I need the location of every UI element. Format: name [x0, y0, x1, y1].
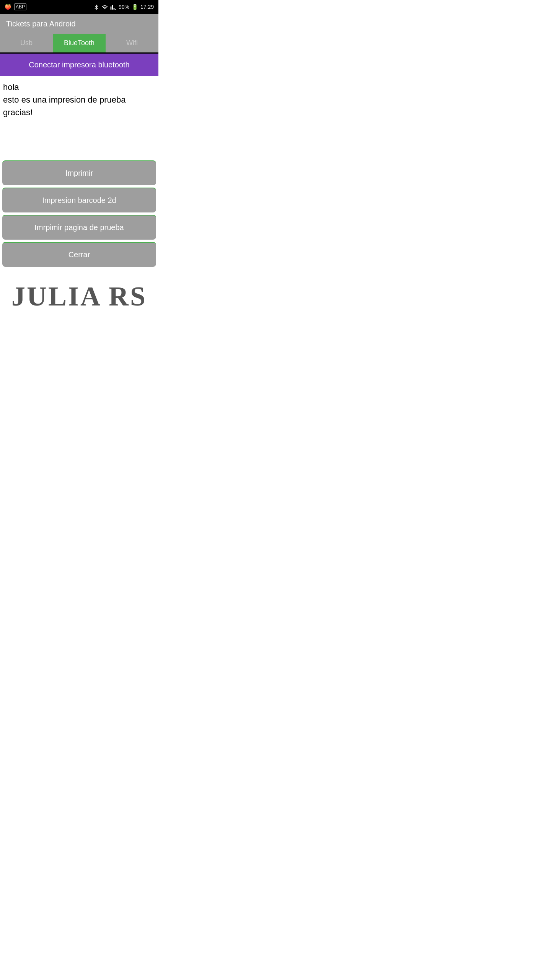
battery-text: 90%	[119, 4, 129, 10]
time-text: 17:29	[140, 4, 154, 10]
status-bar: 🍑 ABP 90% 🔋 17:29	[0, 0, 158, 14]
barcode-label: Impresion barcode 2d	[42, 196, 116, 204]
imprimir-label: Imprimir	[65, 169, 93, 177]
signal-svg	[110, 4, 116, 10]
tab-usb-label: Usb	[20, 39, 33, 47]
text-line-3: gracias!	[3, 106, 155, 119]
connect-button-label: Conectar impresora bluetooth	[29, 60, 129, 69]
bluetooth-status-icon	[93, 3, 99, 10]
imprimir-button[interactable]: Imprimir	[2, 160, 156, 185]
app-title: Tickets para Android	[6, 20, 76, 28]
tab-bar: Usb BlueTooth Wifi	[0, 34, 158, 54]
app-bar: Tickets para Android	[0, 14, 158, 34]
status-left-icons: 🍑 ABP	[5, 3, 26, 10]
battery-icon: 🔋	[132, 4, 138, 10]
tab-wifi-label: Wifi	[126, 39, 138, 47]
pagina-prueba-label: Imrpimir pagina de prueba	[34, 223, 124, 232]
wifi-svg	[102, 4, 108, 10]
connect-bluetooth-button[interactable]: Conectar impresora bluetooth	[0, 54, 158, 76]
logo-area: JULIA RS	[0, 269, 158, 320]
wifi-status-icon	[102, 3, 108, 10]
bluetooth-svg	[93, 4, 99, 10]
cerrar-label: Cerrar	[68, 250, 90, 259]
adblock-icon: ABP	[14, 3, 26, 10]
tab-usb[interactable]: Usb	[0, 34, 53, 52]
logo-text: JULIA RS	[11, 281, 147, 312]
status-right-icons: 90% 🔋 17:29	[93, 3, 154, 10]
text-line-1: hola	[3, 81, 155, 93]
action-buttons-area: Imprimir Impresion barcode 2d Imrpimir p…	[0, 160, 158, 269]
text-line-2: esto es una impresion de prueba	[3, 93, 155, 106]
fruit-icon: 🍑	[5, 4, 11, 10]
signal-icon	[110, 3, 116, 10]
pagina-prueba-button[interactable]: Imrpimir pagina de prueba	[2, 215, 156, 240]
tab-wifi[interactable]: Wifi	[106, 34, 158, 52]
tab-bluetooth[interactable]: BlueTooth	[53, 34, 106, 52]
text-content-area: hola esto es una impresion de prueba gra…	[0, 76, 158, 153]
cerrar-button[interactable]: Cerrar	[2, 242, 156, 267]
tab-bluetooth-label: BlueTooth	[64, 39, 95, 47]
barcode-button[interactable]: Impresion barcode 2d	[2, 188, 156, 212]
